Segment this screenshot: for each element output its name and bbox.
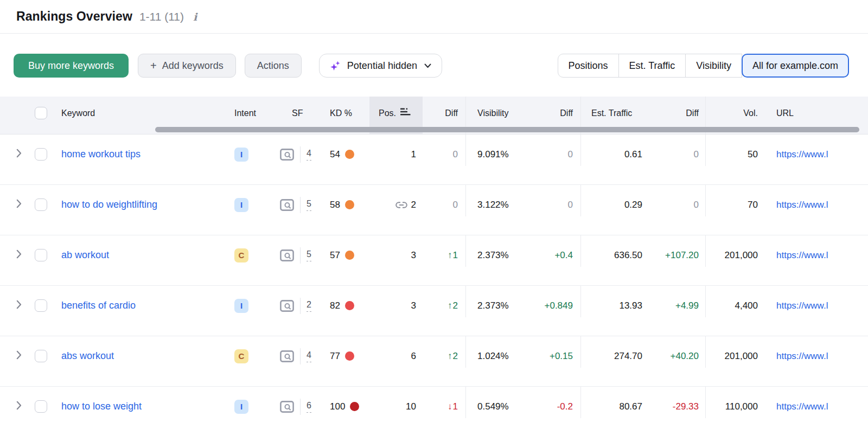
info-icon[interactable] (191, 11, 199, 23)
volume-value: 70 (748, 200, 758, 210)
traffic-diff: 0 (694, 200, 699, 210)
expand-row-button[interactable] (0, 336, 33, 368)
keyword-link[interactable]: how to lose weight (61, 401, 142, 412)
intent-badge[interactable]: I (234, 198, 248, 212)
position-diff: 2 (448, 300, 458, 311)
sf-count[interactable]: 5 (307, 199, 311, 211)
keyword-link[interactable]: ab workout (61, 249, 109, 261)
sf-divider (300, 399, 301, 415)
row-checkbox[interactable] (35, 249, 47, 261)
expand-row-button[interactable] (0, 135, 33, 166)
toolbar: Buy more keywords Add keywords Actions P… (0, 54, 868, 78)
url-link[interactable]: https://www.l (776, 250, 828, 261)
intent-badge[interactable]: I (234, 148, 248, 162)
traffic-value: 0.61 (624, 149, 642, 160)
est-traffic-cell: 0.29 (581, 185, 643, 216)
intent-cell: C (231, 235, 273, 267)
expand-row-button[interactable] (0, 185, 33, 216)
row-checkbox[interactable] (35, 148, 47, 161)
kd-cell: 57 (323, 235, 369, 267)
kd-value: 100 (330, 401, 345, 412)
intent-badge[interactable]: C (234, 349, 248, 363)
chevron-right-icon (16, 350, 22, 362)
potential-dropdown[interactable]: Potential hidden (319, 54, 442, 78)
serp-features-icon[interactable] (280, 300, 294, 312)
add-keywords-button[interactable]: Add keywords (138, 54, 236, 78)
intent-badge[interactable]: C (234, 248, 248, 262)
kd-difficulty-dot (345, 200, 354, 209)
sf-count[interactable]: 2 (307, 300, 311, 312)
row-checkbox[interactable] (35, 350, 47, 362)
serp-features-icon[interactable] (280, 350, 294, 362)
kd-cell: 82 (323, 286, 369, 317)
chevron-right-icon (16, 401, 22, 413)
intent-badge[interactable]: I (234, 400, 248, 414)
view-visibility[interactable]: Visibility (685, 54, 742, 78)
url-link[interactable]: https://www.l (776, 351, 828, 362)
expand-row-button[interactable] (0, 387, 33, 418)
actions-button[interactable]: Actions (245, 54, 302, 78)
serp-features-icon[interactable] (280, 199, 294, 211)
url-cell: https://www.l (760, 336, 868, 368)
url-link[interactable]: https://www.l (776, 401, 828, 412)
traffic-diff-cell: 0 (643, 135, 706, 166)
rankings-overview-page: Rankings Overview 1-11 (11) Buy more key… (0, 0, 868, 429)
keyword-link[interactable]: how to do weightlifting (61, 199, 157, 210)
sf-count[interactable]: 4 (307, 149, 311, 161)
url-cell: https://www.l (760, 235, 868, 267)
visibility-diff-cell: -0.2 (523, 387, 581, 418)
keyword-link[interactable]: abs workout (61, 350, 114, 362)
kd-value: 77 (330, 351, 340, 362)
visibility-diff: -0.2 (557, 401, 573, 412)
url-link[interactable]: https://www.l (776, 300, 828, 311)
position-diff-cell: 2 (423, 336, 466, 368)
view-est-traffic[interactable]: Est. Traffic (618, 54, 686, 78)
position-value: 1 (411, 149, 416, 160)
page-title: Rankings Overview (16, 9, 132, 24)
position-diff: 2 (448, 351, 458, 362)
intent-badge[interactable]: I (234, 299, 248, 313)
title-bar: Rankings Overview 1-11 (11) (0, 0, 868, 34)
chevron-right-icon (16, 300, 22, 312)
sf-count[interactable]: 5 (307, 249, 311, 261)
row-checkbox[interactable] (35, 199, 47, 211)
select-all-checkbox[interactable] (35, 107, 47, 119)
traffic-diff-cell: -29.33 (643, 387, 706, 418)
visibility-cell: 3.122% (466, 185, 523, 216)
kd-cell: 54 (323, 135, 369, 166)
position-diff: 0 (453, 149, 458, 160)
serp-features-icon[interactable] (280, 401, 294, 413)
serp-features-icon[interactable] (280, 249, 294, 261)
kd-value: 82 (330, 300, 340, 311)
kd-value: 58 (330, 200, 340, 210)
expand-row-button[interactable] (0, 286, 33, 317)
position-diff: 1 (448, 250, 458, 261)
position-diff-cell: 0 (423, 135, 466, 166)
expand-row-button[interactable] (0, 235, 33, 267)
row-checkbox[interactable] (35, 400, 47, 413)
buy-more-keywords-button[interactable]: Buy more keywords (14, 54, 129, 78)
horizontal-scrollbar[interactable] (155, 127, 859, 132)
keyword-link[interactable]: benefits of cardio (61, 300, 136, 311)
visibility-diff-cell: +0.4 (523, 235, 581, 267)
traffic-value: 274.70 (614, 351, 642, 362)
sf-count[interactable]: 6 (307, 401, 311, 413)
keyword-link[interactable]: home workout tips (61, 149, 141, 160)
position-diff: 1 (448, 401, 458, 412)
view-all-for-domain[interactable]: All for example.com (742, 54, 849, 78)
volume-cell: 201,000 (706, 235, 760, 267)
kd-difficulty-dot (350, 402, 359, 411)
position-diff-cell: 1 (423, 387, 466, 418)
chevron-down-icon (424, 63, 431, 68)
volume-cell: 201,000 (706, 336, 760, 368)
serp-features-icon[interactable] (280, 149, 294, 161)
position-link-icon[interactable] (395, 201, 407, 209)
row-checkbox[interactable] (35, 299, 47, 312)
url-link[interactable]: https://www.l (776, 149, 828, 160)
url-link[interactable]: https://www.l (776, 200, 828, 210)
sf-divider (300, 247, 301, 264)
sf-count[interactable]: 4 (307, 350, 311, 362)
position-value: 10 (406, 401, 416, 412)
intent-cell: I (231, 185, 273, 216)
view-positions[interactable]: Positions (558, 54, 619, 78)
